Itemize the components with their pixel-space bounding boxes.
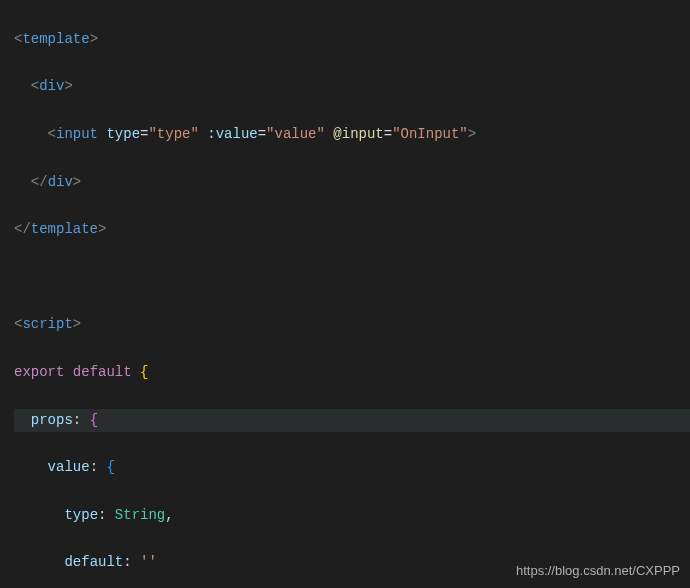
code-editor[interactable]: <template> <div> <input type="type" :val… (0, 0, 690, 588)
code-line: type: String, (14, 504, 690, 528)
code-line: <input type="type" :value="value" @input… (14, 123, 690, 147)
code-line: </template> (14, 218, 690, 242)
code-line: export default { (14, 361, 690, 385)
code-line (14, 266, 690, 290)
watermark-text: https://blog.csdn.net/CXPPP (516, 560, 680, 582)
code-line: props: { (14, 409, 690, 433)
code-line: <template> (14, 28, 690, 52)
code-line: <script> (14, 313, 690, 337)
code-line: <div> (14, 75, 690, 99)
code-line: </div> (14, 171, 690, 195)
code-line: value: { (14, 456, 690, 480)
